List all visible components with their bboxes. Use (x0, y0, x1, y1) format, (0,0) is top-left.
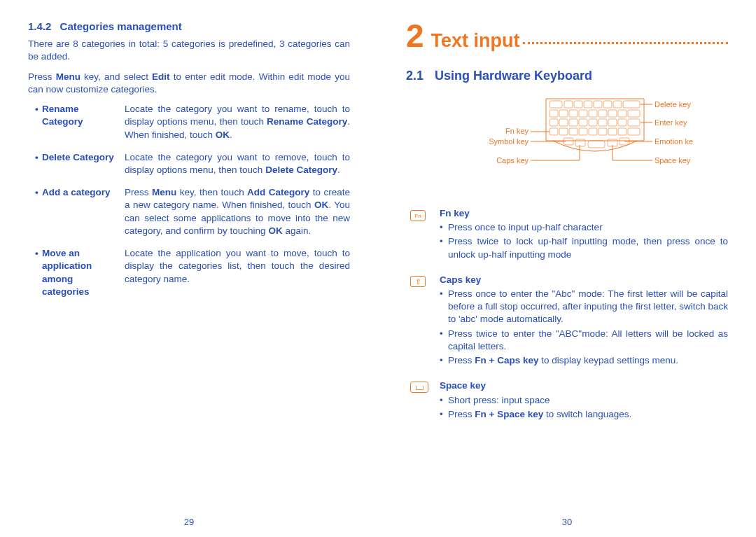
svg-rect-18 (559, 119, 568, 126)
intro-paragraph-2: Press Menu key, and select Edit to enter… (28, 71, 350, 96)
svg-rect-11 (579, 110, 587, 117)
space-item-1: Short press: input space (440, 394, 728, 407)
heading-text: Categories management (60, 20, 182, 32)
fn-item-2: Press twice to lock up-half inputting mo… (440, 235, 728, 260)
actions-list: Rename Category Locate the category you … (28, 103, 350, 298)
svg-rect-25 (628, 119, 640, 126)
page-right: 2 Text input 2.1Using Hardware Keyboard (378, 0, 756, 537)
page-number-right: 30 (378, 516, 756, 529)
svg-rect-20 (579, 119, 587, 126)
svg-rect-1 (564, 101, 573, 108)
svg-rect-12 (589, 110, 597, 117)
action-delete-desc: Locate the category you want to remove, … (125, 151, 350, 176)
svg-rect-17 (550, 119, 558, 126)
svg-rect-5 (603, 101, 612, 108)
action-delete-label: Delete Category (35, 151, 119, 176)
label-enter: Enter key (654, 118, 687, 127)
svg-rect-28 (569, 128, 578, 135)
svg-rect-29 (579, 128, 587, 135)
svg-rect-26 (550, 128, 558, 135)
keydef-fn: Fn Fn key Press once to input up-half ch… (406, 207, 728, 267)
svg-rect-6 (613, 101, 622, 108)
caps-item-2: Press twice to enter the "ABC"mode: All … (440, 328, 728, 353)
caps-item-3: Press Fn + Caps key to display keypad se… (440, 354, 728, 367)
svg-rect-2 (574, 101, 582, 108)
keyboard-diagram: Fn key Symbol key Caps key Delete key En… (406, 92, 728, 193)
label-symbol: Symbol key (489, 137, 528, 146)
action-add-label: Add a category (35, 186, 119, 237)
svg-rect-3 (584, 101, 592, 108)
action-rename-label: Rename Category (35, 103, 119, 141)
space-key-icon (410, 382, 428, 393)
label-emotion: Emotion key (654, 137, 693, 146)
svg-rect-33 (618, 128, 626, 135)
action-move: Move an application among categories Loc… (35, 247, 350, 298)
section-heading: 2.1Using Hardware Keyboard (406, 67, 728, 84)
svg-rect-13 (598, 110, 607, 117)
svg-rect-10 (569, 110, 578, 117)
intro-paragraph-1: There are 8 categories in total: 5 categ… (28, 38, 350, 63)
keydef-space: Space key Short press: input space Press… (406, 379, 728, 426)
svg-rect-9 (559, 110, 568, 117)
chapter-heading: 2 Text input (406, 20, 728, 53)
svg-rect-27 (559, 128, 568, 135)
section-number: 2.1 (406, 69, 424, 83)
heading-number: 1.4.2 (28, 20, 51, 32)
action-rename-desc: Locate the category you want to rename, … (125, 103, 350, 141)
svg-rect-15 (618, 110, 626, 117)
svg-rect-8 (550, 110, 558, 117)
chapter-dots (523, 42, 728, 44)
label-delete: Delete key (654, 100, 691, 109)
action-rename: Rename Category Locate the category you … (35, 103, 350, 141)
svg-rect-0 (550, 101, 562, 108)
space-item-2: Press Fn + Space key to switch languages… (440, 408, 728, 421)
chapter-number: 2 (406, 20, 424, 52)
svg-rect-22 (598, 119, 607, 126)
keydef-caps: Caps key Press once to enter the "Abc" m… (406, 274, 728, 373)
svg-rect-24 (618, 119, 626, 126)
svg-rect-7 (623, 101, 640, 108)
svg-rect-4 (594, 101, 602, 108)
action-move-label: Move an application among categories (35, 247, 119, 298)
svg-rect-16 (628, 110, 640, 117)
fn-title: Fn key (440, 207, 728, 220)
svg-rect-14 (608, 110, 617, 117)
action-add-desc: Press Menu key, then touch Add Category … (125, 186, 350, 237)
label-caps: Caps key (496, 156, 528, 165)
page-left: 1.4.2 Categories management There are 8 … (0, 0, 378, 537)
svg-rect-30 (589, 128, 597, 135)
action-move-desc: Locate the application you want to move,… (125, 247, 350, 298)
fn-key-icon: Fn (410, 210, 426, 221)
svg-rect-31 (598, 128, 607, 135)
page-number-left: 29 (0, 516, 378, 529)
caps-title: Caps key (440, 274, 728, 286)
svg-rect-34 (628, 128, 640, 135)
chapter-title: Text input (431, 28, 520, 53)
fn-item-1: Press once to input up-half character (440, 221, 728, 234)
svg-rect-37 (588, 141, 605, 148)
svg-rect-32 (608, 128, 617, 135)
section-title: Using Hardware Keyboard (435, 69, 592, 83)
caps-key-icon (410, 276, 426, 287)
caps-item-1: Press once to enter the "Abc" mode: The … (440, 288, 728, 326)
heading-categories: 1.4.2 Categories management (28, 20, 350, 34)
svg-rect-21 (589, 119, 597, 126)
space-title: Space key (440, 379, 728, 392)
svg-rect-23 (608, 119, 617, 126)
action-delete: Delete Category Locate the category you … (35, 151, 350, 176)
label-fn: Fn key (505, 127, 529, 135)
action-add: Add a category Press Menu key, then touc… (35, 186, 350, 237)
svg-rect-19 (569, 119, 578, 126)
label-space: Space key (654, 156, 691, 165)
